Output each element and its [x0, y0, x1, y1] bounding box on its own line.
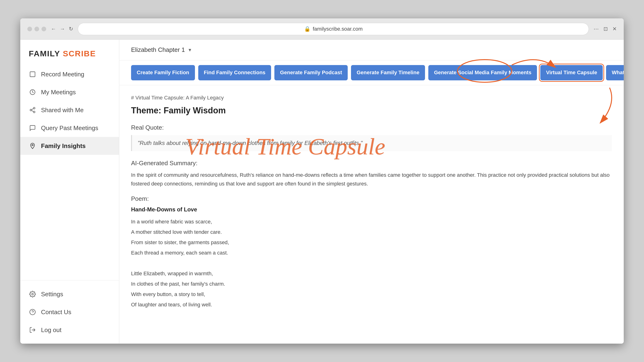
poem-line-5: Little Elizabeth, wrapped in warmth,	[131, 268, 612, 279]
my-meetings-icon	[29, 88, 36, 96]
chapter-title[interactable]: Elizabeth Chapter 1	[131, 46, 185, 54]
svg-point-3	[30, 109, 32, 111]
sidebar-item-label: Record Meeting	[41, 71, 84, 78]
action-buttons-bar: Create Family Fiction Find Family Connec…	[119, 60, 624, 85]
sidebar: FAMILY SCRIBE Record Meeting	[20, 40, 119, 344]
svg-rect-0	[30, 72, 35, 77]
browser-menu-icon[interactable]: ⋯	[594, 26, 599, 32]
app-layout: FAMILY SCRIBE Record Meeting	[20, 40, 624, 344]
logo-accent: SCRIBE	[63, 49, 96, 58]
btn-what-if-lived-2024[interactable]: What if they lived in 2024?	[606, 65, 624, 80]
sidebar-item-label: Family Insights	[41, 142, 86, 150]
record-meeting-icon	[29, 70, 36, 78]
btn-find-family-connections[interactable]: Find Family Connections	[198, 65, 271, 80]
refresh-icon[interactable]: ↻	[69, 26, 73, 32]
poem-line-8: Of laughter and tears, of living well.	[131, 300, 612, 310]
sidebar-item-record-meeting[interactable]: Record Meeting	[20, 65, 119, 83]
poem-title: Hand-Me-Downs of Love	[131, 206, 612, 213]
poem-lines: In a world where fabric was scarce, A mo…	[131, 216, 612, 310]
app-logo: FAMILY SCRIBE	[20, 40, 119, 65]
family-insights-icon	[29, 142, 36, 150]
settings-icon	[29, 290, 36, 298]
theme-heading: Theme: Family Wisdom	[131, 106, 612, 116]
browser-nav-icons: ← → ↻	[51, 26, 73, 32]
btn-create-family-fiction[interactable]: Create Family Fiction	[131, 65, 195, 80]
chapter-dropdown-icon[interactable]: ▾	[188, 47, 191, 53]
svg-point-2	[34, 107, 35, 109]
sidebar-item-logout[interactable]: Log out	[20, 321, 119, 339]
back-icon[interactable]: ←	[51, 26, 56, 32]
logout-icon	[29, 326, 36, 334]
sidebar-item-label: Shared with Me	[41, 106, 84, 114]
address-bar[interactable]: 🔒 familyscribe.soar.com	[78, 23, 589, 35]
browser-actions: ⋯ ⊡ ✕	[594, 26, 617, 32]
forward-icon[interactable]: →	[60, 26, 65, 32]
sidebar-nav: Record Meeting My Meetings	[20, 65, 119, 280]
poem-line-7: With every button, a story to tell,	[131, 289, 612, 300]
browser-window: ← → ↻ 🔒 familyscribe.soar.com ⋯ ⊡ ✕ FAMI…	[20, 18, 624, 344]
poem-line-4: Each thread a memory, each seam a cast.	[131, 248, 612, 258]
sidebar-item-label: Settings	[41, 290, 63, 298]
sidebar-item-label: Log out	[41, 326, 62, 334]
poem-line-1: In a world where fabric was scarce,	[131, 216, 612, 227]
action-buttons-container: Create Family Fiction Find Family Connec…	[119, 60, 624, 85]
svg-line-5	[32, 110, 34, 112]
browser-dot-minimize[interactable]	[34, 27, 39, 31]
contact-icon	[29, 308, 36, 316]
svg-point-4	[34, 111, 35, 113]
main-header: Elizabeth Chapter 1 ▾	[119, 40, 624, 60]
sidebar-item-my-meetings[interactable]: My Meetings	[20, 83, 119, 101]
sidebar-item-label: My Meetings	[41, 88, 76, 96]
browser-close-icon[interactable]: ✕	[612, 26, 617, 32]
sidebar-item-label: Query Past Meetings	[41, 124, 98, 132]
hash-heading: # Virtual Time Capsule: A Family Legacy	[131, 95, 612, 101]
svg-point-7	[32, 144, 33, 146]
browser-dot-maximize[interactable]	[42, 27, 46, 31]
btn-generate-family-timeline[interactable]: Generate Family Timeline	[351, 65, 425, 80]
svg-line-6	[32, 109, 34, 110]
sidebar-item-settings[interactable]: Settings	[20, 285, 119, 303]
url-text: familyscribe.soar.com	[313, 26, 363, 32]
sidebar-item-contact-us[interactable]: Contact Us	[20, 303, 119, 321]
browser-dot-close[interactable]	[27, 27, 32, 31]
sidebar-bottom: Settings Contact Us	[20, 280, 119, 344]
poem-line-2: A mother stitched love with tender care.	[131, 227, 612, 237]
lock-icon: 🔒	[304, 26, 310, 32]
query-icon	[29, 124, 36, 132]
sidebar-item-query-past-meetings[interactable]: Query Past Meetings	[20, 119, 119, 137]
browser-dots	[27, 27, 46, 31]
sidebar-item-shared-with-me[interactable]: Shared with Me	[20, 101, 119, 119]
real-quote-text: "Ruth talks about relying on hand-me-dow…	[131, 135, 612, 151]
btn-virtual-time-capsule[interactable]: Virtual Time Capsule	[540, 65, 603, 80]
ai-summary-text: In the spirit of community and resourcef…	[131, 171, 612, 188]
sidebar-item-family-insights[interactable]: Family Insights	[20, 137, 119, 155]
sidebar-item-label: Contact Us	[41, 308, 72, 316]
poem-line-6: In clothes of the past, her family's cha…	[131, 279, 612, 289]
btn-generate-family-podcast[interactable]: Generate Family Podcast	[274, 65, 348, 80]
browser-window-icon[interactable]: ⊡	[604, 26, 608, 32]
btn-generate-social-media[interactable]: Generate Social Media Family Moments	[428, 65, 537, 80]
main-content: Elizabeth Chapter 1 ▾ Create Family Fict…	[119, 40, 624, 344]
shared-icon	[29, 106, 36, 114]
svg-point-8	[32, 294, 34, 295]
ai-summary-label: AI-Generated Summary:	[131, 160, 612, 167]
poem-label: Poem:	[131, 195, 612, 202]
content-area: # Virtual Time Capsule: A Family Legacy …	[119, 85, 624, 344]
real-quote-label: Real Quote:	[131, 124, 612, 131]
poem-line-3: From sister to sister, the garments pass…	[131, 237, 612, 248]
browser-chrome: ← → ↻ 🔒 familyscribe.soar.com ⋯ ⊡ ✕	[20, 18, 624, 40]
